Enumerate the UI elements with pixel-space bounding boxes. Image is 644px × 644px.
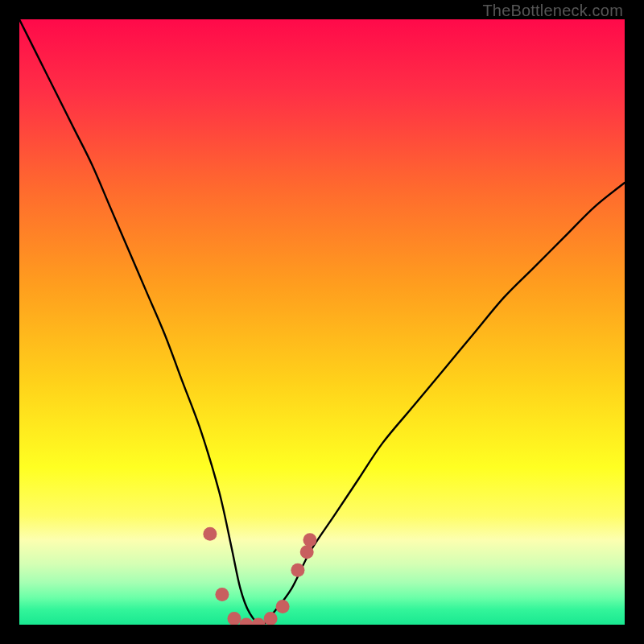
marker-point	[303, 533, 316, 547]
marker-point	[300, 545, 314, 559]
marker-point	[203, 527, 217, 541]
marker-point	[291, 564, 304, 577]
watermark-text: TheBottleneck.com	[482, 2, 623, 20]
chart-frame	[19, 19, 625, 625]
marker-point	[276, 600, 290, 613]
marker-point	[215, 588, 229, 601]
chart-svg	[19, 19, 625, 625]
